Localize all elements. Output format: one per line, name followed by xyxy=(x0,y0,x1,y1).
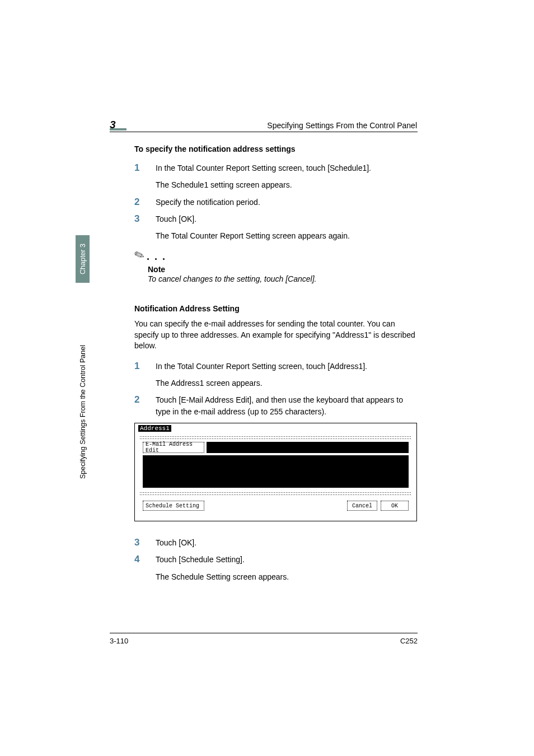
section1-heading: To specify the notification address sett… xyxy=(134,144,418,153)
step-line2: The Address1 screen appears. xyxy=(156,377,418,389)
step-text: In the Total Counter Report Setting scre… xyxy=(156,162,418,191)
step-number: 3 xyxy=(134,213,156,242)
header-rule xyxy=(110,132,418,132)
step-line1: In the Total Counter Report Setting scre… xyxy=(156,362,367,371)
section3-steps: 3 Touch [OK]. 4 Touch [Schedule Setting]… xyxy=(134,537,418,582)
step-number: 1 xyxy=(134,361,156,389)
button-label: Cancel xyxy=(352,503,372,509)
note-box: ✎ . . . Note To cancel changes to the se… xyxy=(134,248,418,285)
step-number: 2 xyxy=(134,394,156,417)
step-item: 1 In the Total Counter Report Setting sc… xyxy=(134,162,418,191)
footer-model: C252 xyxy=(396,637,418,645)
section2-heading: Notification Address Setting xyxy=(134,304,418,313)
chapter-tab: 3 xyxy=(110,119,127,130)
email-address-edit-button[interactable]: E-Mail Address Edit xyxy=(143,442,204,453)
shot-inner: E-Mail Address Edit Schedule Setting Can… xyxy=(139,436,412,516)
step-line1: Touch [OK]. xyxy=(156,214,196,223)
ok-button[interactable]: OK xyxy=(381,501,409,511)
dotted-line xyxy=(139,494,412,495)
text-input-area[interactable] xyxy=(143,455,409,488)
button-label: E-Mail Address Edit xyxy=(146,441,202,454)
step-line2: The Schedule1 setting screen appears. xyxy=(156,179,418,190)
footer-rule xyxy=(110,633,418,633)
step-line1: Touch [OK]. xyxy=(156,538,196,547)
step-item: 3 Touch [OK]. xyxy=(134,537,418,548)
step-text: Touch [OK]. xyxy=(156,537,418,548)
header-running-title: Specifying Settings From the Control Pan… xyxy=(243,121,417,130)
step-item: 3 Touch [OK]. The Total Counter Report S… xyxy=(134,213,418,242)
step-number: 2 xyxy=(134,197,156,208)
section2-intro: You can specify the e-mail addresses for… xyxy=(134,319,418,352)
content-column: To specify the notification address sett… xyxy=(134,144,418,588)
shot-title: Address1 xyxy=(138,425,171,432)
note-dots-icon: . . . xyxy=(147,251,166,263)
step-line1: Specify the notification period. xyxy=(156,198,260,207)
side-title: Specifying Settings From the Control Pan… xyxy=(76,288,90,479)
dotted-line xyxy=(139,438,412,439)
schedule-setting-button[interactable]: Schedule Setting xyxy=(143,501,204,511)
step-line2: The Total Counter Report Setting screen … xyxy=(156,230,418,241)
step-number: 3 xyxy=(134,537,156,548)
step-item: 2 Touch [E-Mail Address Edit], and then … xyxy=(134,394,418,417)
side-label: Chapter 3 Specifying Settings From the C… xyxy=(76,235,90,515)
section2-steps: 1 In the Total Counter Report Setting sc… xyxy=(134,361,418,417)
chapter-bar xyxy=(110,128,127,130)
side-chapter: Chapter 3 xyxy=(76,235,90,283)
step-item: 4 Touch [Schedule Setting]. The Schedule… xyxy=(134,554,418,582)
note-icon-row: ✎ . . . xyxy=(134,248,418,263)
address1-screenshot: Address1 E-Mail Address Edit Schedule Se… xyxy=(134,423,417,521)
step-line1: Touch [E-Mail Address Edit], and then us… xyxy=(156,395,403,416)
step-text: Touch [Schedule Setting]. The Schedule S… xyxy=(156,554,418,582)
cancel-button[interactable]: Cancel xyxy=(347,501,377,511)
step-text: Touch [E-Mail Address Edit], and then us… xyxy=(156,394,418,417)
note-body: To cancel changes to the setting, touch … xyxy=(148,274,418,285)
step-line1: Touch [Schedule Setting]. xyxy=(156,555,245,564)
step-number: 4 xyxy=(134,554,156,582)
section1-steps: 1 In the Total Counter Report Setting sc… xyxy=(134,162,418,241)
email-address-field[interactable] xyxy=(207,442,409,453)
step-item: 2 Specify the notification period. xyxy=(134,197,418,208)
step-line1: In the Total Counter Report Setting scre… xyxy=(156,164,371,172)
note-label: Note xyxy=(148,265,418,274)
step-line2: The Schedule Setting screen appears. xyxy=(156,571,418,582)
step-item: 1 In the Total Counter Report Setting sc… xyxy=(134,361,418,389)
button-label: Schedule Setting xyxy=(146,503,199,509)
button-label: OK xyxy=(391,503,398,509)
dotted-line xyxy=(139,492,412,493)
step-text: Touch [OK]. The Total Counter Report Set… xyxy=(156,213,418,242)
step-text: In the Total Counter Report Setting scre… xyxy=(156,361,418,389)
dotted-line xyxy=(139,436,412,437)
pencil-icon: ✎ xyxy=(132,247,147,264)
footer-page-number: 3-110 xyxy=(110,637,128,645)
step-text: Specify the notification period. xyxy=(156,197,418,208)
step-number: 1 xyxy=(134,162,156,191)
